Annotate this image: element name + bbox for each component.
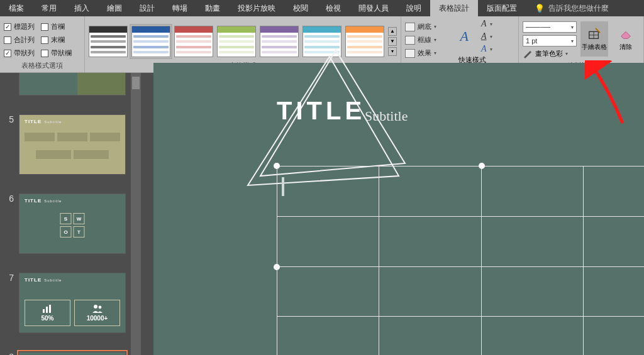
tab-draw[interactable]: 繪圖 [98,0,131,16]
table-style-7[interactable] [345,26,384,57]
svg-rect-4 [46,307,48,313]
checkbox-header-row[interactable]: ✓標題列 [4,22,35,31]
borders-button[interactable]: 框線▾ [405,35,436,45]
table-style-1[interactable] [89,26,128,57]
selection-handle[interactable] [274,264,280,270]
table-style-6[interactable] [303,26,341,57]
tab-view[interactable]: 檢視 [317,0,350,16]
paint-bucket-icon [405,23,415,31]
tab-insert[interactable]: 插入 [65,0,98,16]
tab-file[interactable]: 檔案 [0,0,33,16]
slide-number: 6 [5,194,14,254]
text-effects-icon: A [479,44,489,54]
people-icon [91,304,104,313]
tab-transition[interactable]: 轉場 [164,0,196,16]
tab-review[interactable]: 校閱 [284,0,317,16]
tab-table-design[interactable]: 表格設計 [430,0,478,16]
draw-table-button[interactable]: 手繪表格 [580,21,608,57]
svg-rect-5 [49,305,51,313]
tell-me-label: 告訴我您想做什麼 [548,3,609,14]
slide-editor[interactable]: TITLE Subtitle [141,73,644,355]
text-fill-icon: A [479,19,489,29]
selection-handle[interactable] [479,163,485,169]
slide-number: 7 [5,273,14,333]
table-style-2[interactable] [131,26,170,57]
text-cursor [282,177,284,196]
checkbox-first-col[interactable]: 首欄 [41,22,72,31]
gallery-scroll: ▲ ▼ ▾ [388,27,397,56]
draw-table-icon [587,27,601,41]
slide-thumb-6[interactable]: TITLESubtitle S W O T [19,194,126,254]
checkbox-total-row[interactable]: 合計列 [4,35,35,45]
tab-strip: 檔案 常用 插入 繪圖 設計 轉場 動畫 投影片放映 校閱 檢視 開發人員 說明… [0,0,644,16]
main-area: 5 TITLESubtitle 6 TITLESubtitle S W O [0,73,644,355]
thumbnail-scrollbar[interactable] [131,73,141,355]
pen-icon [523,50,533,58]
tab-help[interactable]: 說明 [397,0,430,16]
slide-thumbnail-pane: 5 TITLESubtitle 6 TITLESubtitle S W O [0,73,141,355]
text-outline-button[interactable]: A▾ [479,31,492,41]
pen-weight-combo[interactable]: 1 pt▾ [523,35,577,46]
gallery-up-icon[interactable]: ▲ [388,27,397,36]
svg-rect-3 [43,309,45,313]
effects-button[interactable]: 效果▾ [405,48,436,58]
shading-button[interactable]: 網底▾ [405,22,436,31]
eraser-icon [619,27,633,41]
wordart-quick-styles[interactable]: A [452,25,476,48]
selection-handle[interactable] [274,163,280,169]
bar-chart-icon [42,304,54,313]
slide-thumb-7[interactable]: TITLESubtitle 50% 10000+ [19,273,126,333]
group-table-style-options: ✓標題列 首欄 合計列 末欄 ✓帶狀列 帶狀欄 表格樣式選項 [0,16,85,72]
eraser-button[interactable]: 清除 [612,21,640,57]
slide-subtitle[interactable]: Subtitle [365,108,408,124]
gallery-down-icon[interactable]: ▼ [388,37,397,46]
slide-number [5,73,14,96]
tab-design[interactable]: 設計 [131,0,164,16]
tab-home[interactable]: 常用 [33,0,65,16]
pen-color-button[interactable]: 畫筆色彩▾ [523,49,577,58]
gallery-more-icon[interactable]: ▾ [388,47,397,56]
table-style-3[interactable] [174,26,213,57]
text-fill-button[interactable]: A▾ [479,19,492,29]
checkbox-banded-row[interactable]: ✓帶狀列 [4,48,35,58]
svg-point-7 [98,306,101,309]
checkbox-banded-col[interactable]: 帶狀欄 [41,48,72,58]
slide-canvas: TITLE Subtitle [153,63,644,355]
slide-number: 5 [5,114,14,175]
borders-icon [405,36,415,45]
slide-title[interactable]: TITLE [277,97,365,125]
table-style-4[interactable] [217,26,256,57]
table-style-5[interactable] [260,26,299,57]
slide-thumb-4[interactable] [19,73,126,96]
svg-point-6 [94,305,97,309]
effects-icon [405,49,415,58]
text-effects-button[interactable]: A▾ [479,44,492,54]
pen-style-combo[interactable]: ─────▾ [523,21,577,33]
slide-thumb-8[interactable]: TITLESubtitle [19,352,126,355]
tell-me-search[interactable]: 💡 告訴我您想做什麼 [526,0,618,16]
text-outline-icon: A [479,31,489,41]
lightbulb-icon: 💡 [535,4,545,13]
slide-thumb-5[interactable]: TITLESubtitle [19,114,126,175]
tab-slideshow[interactable]: 投影片放映 [229,0,284,16]
table-style-gallery: ▲ ▼ ▾ [89,26,397,57]
slide-table[interactable] [277,166,644,355]
tab-layout[interactable]: 版面配置 [478,0,526,16]
checkbox-last-col[interactable]: 末欄 [41,35,72,45]
group-label: 表格樣式選項 [4,61,80,71]
slide-number: 8 [5,352,14,355]
tab-developer[interactable]: 開發人員 [350,0,397,16]
tab-animation[interactable]: 動畫 [196,0,229,16]
